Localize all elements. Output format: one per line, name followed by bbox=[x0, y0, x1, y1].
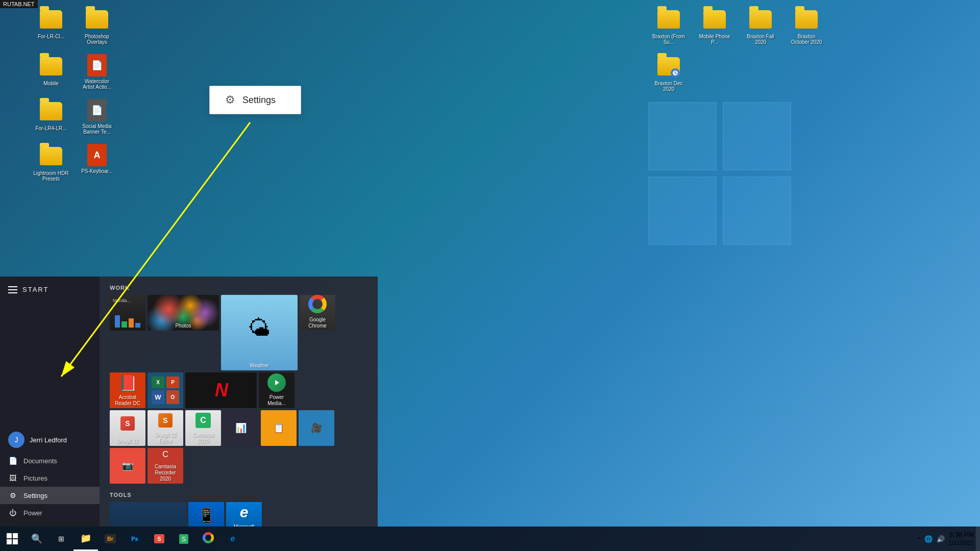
desktop-icons-right: Braxton (From Su... Mobile Phone P... Br… bbox=[648, 5, 827, 94]
tools-section-title: Tools bbox=[110, 492, 368, 498]
powermedia-tile-label: Power Media... bbox=[259, 393, 295, 408]
misc-icon-2[interactable]: 📋 bbox=[261, 410, 297, 446]
user-name: Jerri Ledford bbox=[30, 436, 67, 444]
show-desktop-button[interactable] bbox=[976, 527, 980, 551]
settings-icon: ⚙ bbox=[8, 491, 17, 500]
chrome-tile[interactable]: Google Chrome bbox=[300, 295, 335, 331]
system-tray-clock[interactable]: 3:38 PM 1/11/2021 bbox=[949, 530, 974, 547]
user-profile-item[interactable]: J Jerri Ledford bbox=[0, 428, 100, 452]
search-button[interactable]: 🔍 bbox=[24, 527, 49, 551]
snagit-taskbar-icon: S bbox=[154, 534, 164, 543]
desktop: RUTAB.NET For-LR-Cl... Photoshop Overlay… bbox=[0, 0, 980, 551]
yourphone-icon: 📱 bbox=[198, 507, 215, 524]
system-tray-icons: ^ 🌐 🔊 bbox=[917, 535, 945, 543]
taskbar-photoshop[interactable]: Ps bbox=[122, 527, 147, 551]
taskbar-snagit2[interactable]: S bbox=[172, 527, 196, 551]
desktop-icon-social-media[interactable]: 📄 Social Media Banner Te... bbox=[77, 97, 117, 137]
start-menu: START J Jerri Ledford 📄 Documents 🖼 Pict… bbox=[0, 277, 378, 527]
snagit12editor-tile[interactable]: S Snagit 12 Editor bbox=[148, 410, 183, 446]
monday-tile[interactable]: Monda... bbox=[110, 295, 145, 331]
user-avatar: J bbox=[8, 432, 24, 448]
sidebar-label-documents: Documents bbox=[23, 457, 57, 465]
start-tiles: Work Monda... bbox=[100, 277, 378, 527]
start-sidebar: START J Jerri Ledford 📄 Documents 🖼 Pict… bbox=[0, 277, 100, 527]
snagit2-taskbar-icon: S bbox=[179, 534, 189, 544]
msedge-tile[interactable]: e Microsoft Edge bbox=[226, 502, 262, 527]
svg-rect-10 bbox=[7, 533, 12, 538]
network-icon[interactable]: 🌐 bbox=[924, 535, 933, 543]
hamburger-icon[interactable] bbox=[8, 286, 17, 293]
task-view-icon: ⊞ bbox=[58, 535, 64, 543]
volume-icon[interactable]: 🔊 bbox=[937, 535, 945, 543]
desktop-icon-for-lr-cl[interactable]: For-LR-Cl... bbox=[31, 5, 71, 47]
netflix-tile[interactable]: N bbox=[185, 372, 257, 408]
desktop-icon-photoshop-overlays[interactable]: Photoshop Overlays bbox=[77, 5, 117, 47]
taskbar-edge[interactable]: e bbox=[220, 527, 245, 551]
camtasia-tile-label: Camtasia 2020 bbox=[185, 431, 221, 446]
power-icon: ⏻ bbox=[8, 508, 17, 517]
acrobat-tile-label: Acrobat Reader DC bbox=[110, 393, 145, 408]
svg-rect-11 bbox=[13, 533, 18, 538]
taskbar-file-explorer[interactable]: 📁 bbox=[74, 527, 98, 551]
settings-gear-icon: ⚙ bbox=[225, 93, 235, 107]
photos-tile[interactable]: Photos bbox=[148, 295, 219, 331]
sidebar-item-power[interactable]: ⏻ Power bbox=[0, 504, 100, 521]
desktop-icon-mobile[interactable]: Mobile bbox=[31, 52, 71, 92]
taskbar-bridge[interactable]: Br bbox=[98, 527, 122, 551]
clock-time: 3:38 PM bbox=[949, 530, 974, 539]
clock-date: 1/11/2021 bbox=[949, 539, 974, 547]
misc-icon-1[interactable]: 📊 bbox=[223, 410, 259, 446]
chrome-icon bbox=[308, 295, 327, 313]
tools-tiles-grid: 🛍 Microsoft Store 📱 Your Phone bbox=[110, 502, 368, 527]
weather-tile[interactable]: 🌤 Weather bbox=[221, 295, 298, 370]
desktop-icon-watercolor[interactable]: 📄 Watercolor Artist Actio... bbox=[77, 52, 117, 92]
desktop-icon-ps-keyboard[interactable]: A PS-Keyboar... bbox=[77, 142, 117, 184]
powermedia-tile[interactable]: Power Media... bbox=[259, 372, 295, 408]
desktop-icons-left: For-LR-Cl... Photoshop Overlays Mobile 📄… bbox=[31, 5, 117, 184]
desktop-icon-lightroom[interactable]: Lightroom HDR Presets bbox=[31, 142, 71, 184]
taskbar-snagit[interactable]: S bbox=[147, 527, 172, 551]
task-view-button[interactable]: ⊞ bbox=[49, 527, 74, 551]
sidebar-item-settings[interactable]: ⚙ Settings bbox=[0, 487, 100, 504]
taskbar-chrome[interactable] bbox=[196, 527, 220, 551]
snagit12-icon: S bbox=[120, 416, 135, 431]
misc-icon-4[interactable]: 📷 bbox=[110, 448, 145, 484]
msedge-icon: e bbox=[240, 504, 249, 521]
desktop-icon-braxton-from-su[interactable]: Braxton (From Su... bbox=[648, 5, 689, 47]
sidebar-item-pictures[interactable]: 🖼 Pictures bbox=[0, 469, 100, 487]
acrobat-tile[interactable]: 📕 Acrobat Reader DC bbox=[110, 372, 145, 408]
camtasia-tile[interactable]: C Camtasia 2020 bbox=[185, 410, 221, 446]
file-explorer-icon: 📁 bbox=[80, 533, 91, 544]
sidebar-label-settings: Settings bbox=[23, 492, 47, 499]
work-section-title: Work bbox=[110, 285, 368, 291]
sidebar-label-power: Power bbox=[23, 509, 42, 517]
start-title: START bbox=[0, 282, 100, 297]
edge-taskbar-icon: e bbox=[231, 534, 235, 543]
sidebar-label-pictures: Pictures bbox=[23, 474, 47, 482]
camtasia-recorder-tile[interactable]: C Camtasia Recorder 2020 bbox=[148, 448, 183, 484]
weather-tile-label: Weather bbox=[221, 361, 298, 370]
misc-icon-3[interactable]: 🎥 bbox=[299, 410, 334, 446]
desktop-icon-braxton-october-2020[interactable]: Braxton October 2020 bbox=[786, 5, 827, 47]
snagit12-tile[interactable]: S Snagit 12 bbox=[110, 410, 145, 446]
msstore-tile[interactable]: 🛍 Microsoft Store bbox=[110, 502, 186, 527]
misc-icon-4-img: 📷 bbox=[122, 448, 133, 484]
desktop-icon-mobile-phone-p[interactable]: Mobile Phone P... bbox=[694, 5, 735, 47]
chevron-up-icon[interactable]: ^ bbox=[917, 535, 920, 543]
yourphone-tile[interactable]: 📱 Your Phone bbox=[188, 502, 224, 527]
start-button[interactable] bbox=[0, 527, 24, 551]
netflix-icon: N bbox=[215, 380, 227, 401]
snagit12editor-icon: S bbox=[158, 413, 173, 428]
work-section: Work Monda... bbox=[110, 285, 368, 484]
camtasia-icon: C bbox=[195, 413, 211, 428]
desktop-icon-braxton-fall-2020[interactable]: Braxton Fall 2020 bbox=[740, 5, 781, 47]
desktop-icon-for-lr4[interactable]: For-LR4-LR... bbox=[31, 97, 71, 137]
sidebar-item-documents[interactable]: 📄 Documents bbox=[0, 452, 100, 469]
tools-section: Tools 🛍 Microsoft Store 📱 Your bbox=[110, 492, 368, 527]
settings-popup[interactable]: ⚙ Settings bbox=[209, 86, 301, 114]
office-tile[interactable]: X P W O bbox=[148, 372, 183, 408]
desktop-icon-braxton-dec-2020[interactable]: Braxton Dec 2020 bbox=[648, 52, 689, 94]
svg-rect-12 bbox=[7, 539, 12, 544]
settings-popup-label: Settings bbox=[242, 95, 276, 106]
msedge-tile-label: Microsoft Edge bbox=[226, 522, 262, 527]
